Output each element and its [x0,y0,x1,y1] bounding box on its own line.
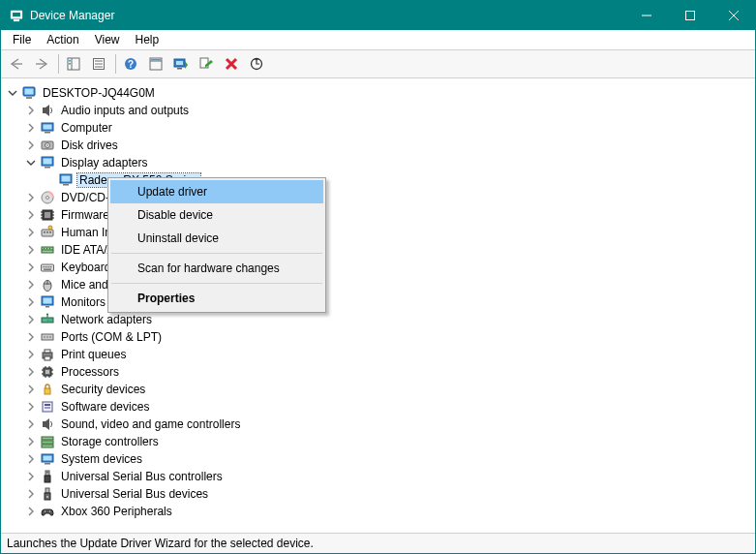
tree-node-label: Disk drives [59,138,120,152]
tree-node[interactable]: Processors [23,363,751,381]
ports-icon [40,329,55,345]
chevron-down-icon[interactable] [23,156,38,170]
svg-rect-29 [26,97,32,99]
minimize-button[interactable] [624,1,668,30]
svg-rect-100 [45,388,50,394]
chevron-right-icon[interactable] [23,330,38,345]
menu-view[interactable]: View [87,31,128,48]
maximize-button[interactable] [668,1,711,30]
context-menu-item[interactable]: Uninstall device [110,227,323,250]
svg-rect-62 [46,248,47,249]
context-menu-item[interactable]: Properties [110,287,323,310]
show-hide-console-tree-button[interactable] [62,52,85,76]
back-button[interactable] [5,52,28,76]
tree-node-label: Software devices [59,400,151,414]
close-button[interactable] [711,1,755,30]
tree-node[interactable]: Print queues [23,346,751,363]
menubar: File Action View Help [1,30,755,50]
hid-icon [40,225,55,240]
context-menu-item[interactable]: Update driver [110,180,323,203]
tree-node[interactable]: Display adapters [23,154,751,171]
tree-node[interactable]: Security devices [23,381,751,398]
dvd-icon [40,190,55,205]
forward-button[interactable] [30,52,53,76]
chevron-right-icon[interactable] [23,365,38,380]
tree-node-label: Storage controllers [59,435,161,448]
chevron-right-icon[interactable] [23,261,38,275]
tree-node[interactable]: Network adapters [23,311,751,328]
chevron-right-icon[interactable] [23,417,38,432]
chevron-right-icon[interactable] [23,104,38,118]
svg-rect-33 [44,125,52,130]
svg-point-82 [46,314,48,316]
chevron-right-icon[interactable] [23,191,38,205]
svg-rect-113 [45,476,50,482]
tree-node-label: System devices [59,452,144,466]
tree-node[interactable]: Sound, video and game controllers [23,416,751,433]
chevron-right-icon[interactable] [23,348,38,362]
tree-node-label: Processors [59,365,121,379]
svg-rect-89 [45,356,50,360]
chevron-right-icon[interactable] [23,138,38,153]
svg-rect-55 [44,231,45,233]
svg-rect-63 [49,248,50,249]
enable-device-button[interactable] [195,52,218,76]
menu-file[interactable]: File [5,31,39,48]
help-button[interactable]: ? [119,52,142,76]
chevron-right-icon[interactable] [23,243,38,258]
properties-button[interactable] [87,52,110,76]
svg-rect-115 [47,472,48,474]
device-tree[interactable]: DESKTOP-JQ44G0MAudio inputs and outputsC… [1,78,755,533]
svg-point-37 [46,144,48,146]
svg-rect-112 [45,471,49,476]
chevron-right-icon[interactable] [23,295,38,310]
context-menu-item[interactable]: Disable device [110,203,323,227]
xbox-icon [40,504,55,519]
chevron-right-icon[interactable] [23,383,38,397]
storage-icon [40,434,55,449]
svg-rect-114 [46,472,47,474]
expand-placeholder [42,173,56,188]
tree-node-label: Network adapters [59,313,154,326]
display-icon [58,172,74,188]
tree-node[interactable]: Universal Serial Bus devices [23,485,751,503]
menu-action[interactable]: Action [39,31,86,48]
chevron-right-icon[interactable] [23,226,38,240]
tree-node[interactable]: Ports (COM & LPT) [23,328,751,346]
tree-root-label: DESKTOP-JQ44G0M [41,86,157,100]
chevron-right-icon[interactable] [23,121,38,136]
chevron-right-icon[interactable] [23,400,38,415]
chevron-right-icon[interactable] [23,278,38,292]
svg-rect-4 [685,12,694,20]
svg-rect-42 [62,176,71,182]
svg-rect-65 [43,266,44,267]
mouse-icon [40,277,55,292]
svg-rect-30 [43,108,45,113]
action-options-button[interactable] [144,52,167,76]
chevron-right-icon[interactable] [23,470,38,484]
computer-icon [40,120,55,136]
tree-node[interactable]: Universal Serial Bus controllers [23,468,751,485]
tree-root-node[interactable]: DESKTOP-JQ44G0M [5,84,751,102]
chevron-right-icon[interactable] [23,505,38,519]
tree-node-label: Monitors [59,295,107,309]
tree-node[interactable]: System devices [23,450,751,468]
chevron-right-icon[interactable] [23,452,38,467]
chevron-right-icon[interactable] [23,208,38,223]
tree-node[interactable]: Xbox 360 Peripherals [23,503,751,520]
update-driver-button[interactable] [169,52,193,76]
tree-node[interactable]: Storage controllers [23,433,751,450]
menu-help[interactable]: Help [128,31,167,48]
chevron-down-icon[interactable] [5,86,19,101]
chevron-right-icon[interactable] [23,313,38,327]
tree-node[interactable]: Software devices [23,398,751,416]
uninstall-device-button[interactable] [220,52,243,76]
chevron-right-icon[interactable] [23,435,38,449]
toolbar: ? [1,50,755,78]
tree-node[interactable]: Disk drives [23,137,751,154]
tree-node[interactable]: Audio inputs and outputs [23,102,751,119]
scan-hardware-button[interactable] [245,52,268,76]
chevron-right-icon[interactable] [23,487,38,502]
tree-node[interactable]: Computer [23,119,751,137]
context-menu-item[interactable]: Scan for hardware changes [110,257,323,280]
